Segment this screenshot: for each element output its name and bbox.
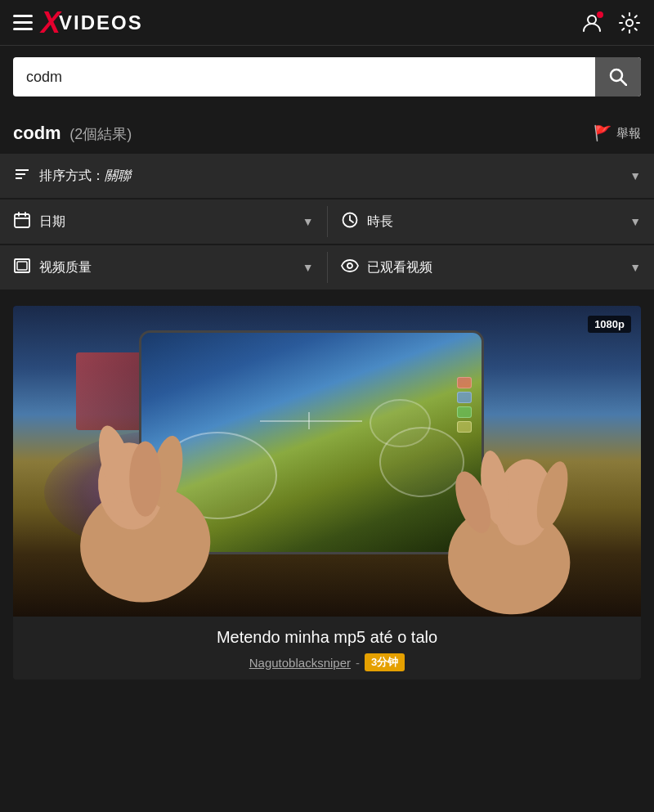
svg-line-13 xyxy=(350,220,353,222)
date-filter-button[interactable]: 日期 ▼ xyxy=(13,200,314,244)
settings-icon[interactable] xyxy=(618,11,641,34)
video-thumbnail: 1080p xyxy=(13,306,641,617)
svg-point-1 xyxy=(626,20,633,26)
quality-badge: 1080p xyxy=(588,316,631,333)
logo-x: X xyxy=(41,6,59,40)
duration-label: 時長 xyxy=(367,213,393,231)
report-label: 舉報 xyxy=(616,126,641,141)
video-title: Metendo minha mp5 até o talo xyxy=(23,628,631,647)
svg-rect-7 xyxy=(15,214,29,227)
eye-icon xyxy=(341,259,359,276)
search-bar xyxy=(13,57,641,96)
duration-chevron-icon: ▼ xyxy=(629,215,641,228)
quality-filter-button[interactable]: 视频质量 ▼ xyxy=(13,245,314,289)
sort-chevron-icon: ▼ xyxy=(629,169,641,182)
sort-filter-button[interactable]: 排序方式：關聯 ▼ xyxy=(13,154,641,198)
sort-label: 排序方式：關聯 xyxy=(39,168,131,185)
video-card[interactable]: 1080p Metendo minha mp5 até o talo Nagut… xyxy=(13,306,641,680)
video-separator: - xyxy=(356,656,360,670)
calendar-icon xyxy=(13,212,31,232)
watched-filter-button[interactable]: 已观看视频 ▼ xyxy=(341,245,642,289)
video-meta: Nagutoblacksniper - 3分钟 xyxy=(23,653,631,671)
watched-label: 已观看视频 xyxy=(367,259,432,276)
user-icon[interactable] xyxy=(580,11,603,34)
quality-icon xyxy=(13,258,31,277)
clock-icon xyxy=(341,212,359,232)
date-label: 日期 xyxy=(39,213,65,231)
results-header: codm (2個結果) 🚩 舉報 xyxy=(0,108,654,154)
svg-line-3 xyxy=(621,80,627,86)
svg-rect-15 xyxy=(17,262,27,270)
flag-icon: 🚩 xyxy=(594,124,611,142)
video-author[interactable]: Nagutoblacksniper xyxy=(249,656,351,670)
sort-icon xyxy=(13,167,31,186)
duration-filter-button[interactable]: 時長 ▼ xyxy=(341,200,642,244)
quality-label: 视频质量 xyxy=(39,259,92,276)
watched-chevron-icon: ▼ xyxy=(629,261,641,274)
results-title-container: codm (2個結果) xyxy=(13,123,132,144)
search-icon xyxy=(609,68,627,86)
video-duration-badge: 3分钟 xyxy=(365,653,405,671)
header-left: X VIDEOS xyxy=(13,6,143,40)
logo[interactable]: X VIDEOS xyxy=(41,6,143,40)
search-section xyxy=(0,46,654,108)
hamburger-menu-button[interactable] xyxy=(13,15,33,30)
video-section: 1080p Metendo minha mp5 até o talo Nagut… xyxy=(0,298,654,696)
quality-chevron-icon: ▼ xyxy=(302,261,314,274)
video-info: Metendo minha mp5 até o talo Nagutoblack… xyxy=(13,617,641,680)
svg-point-0 xyxy=(588,16,596,24)
search-button[interactable] xyxy=(595,57,641,96)
svg-point-21 xyxy=(129,441,161,516)
header: X VIDEOS xyxy=(0,0,654,46)
date-chevron-icon: ▼ xyxy=(302,215,314,228)
search-input[interactable] xyxy=(13,69,595,86)
logo-videos: VIDEOS xyxy=(59,11,143,34)
header-right xyxy=(580,11,641,34)
sort-filter-row: 排序方式：關聯 ▼ xyxy=(0,154,654,198)
svg-point-16 xyxy=(347,263,352,268)
report-button[interactable]: 🚩 舉報 xyxy=(594,124,641,142)
results-keyword: codm xyxy=(13,123,61,143)
date-duration-filter-row: 日期 ▼ 時長 ▼ xyxy=(0,200,654,244)
quality-watched-filter-row: 视频质量 ▼ 已观看视频 ▼ xyxy=(0,245,654,289)
results-count: (2個結果) xyxy=(65,123,132,143)
